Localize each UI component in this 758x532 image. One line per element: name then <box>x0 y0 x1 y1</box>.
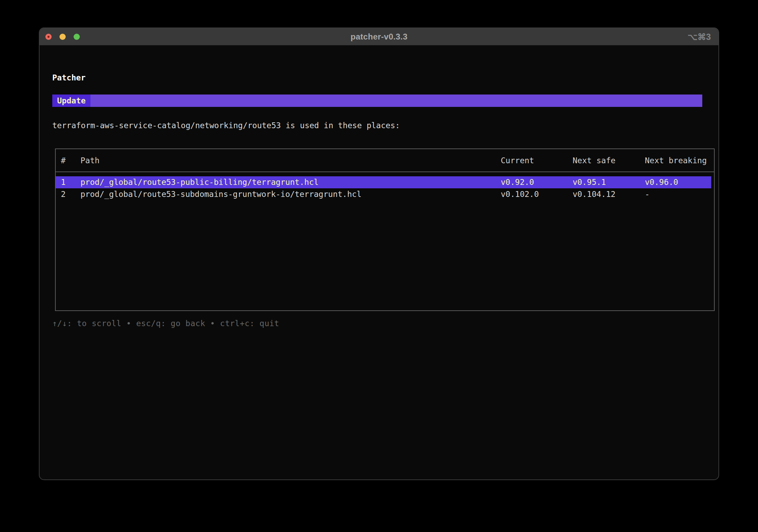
row-next-safe-version: v0.104.12 <box>573 188 616 200</box>
column-header-num: # <box>61 154 66 167</box>
help-footer: ↑/↓: to scroll • esc/q: go back • ctrl+c… <box>52 319 279 328</box>
column-header-next-safe: Next safe <box>573 154 616 167</box>
window-title: patcher-v0.3.3 <box>40 28 718 45</box>
table-row[interactable]: 2 prod/_global/route53-subdomains-gruntw… <box>56 188 714 200</box>
header-separator <box>56 171 714 172</box>
usage-description: terraform-aws-service-catalog/networking… <box>52 121 400 130</box>
row-path: prod/_global/route53-public-billing/terr… <box>80 176 318 188</box>
row-current-version: v0.102.0 <box>501 188 539 200</box>
terminal-window: patcher-v0.3.3 ⌥⌘3 Patcher Update terraf… <box>39 27 719 480</box>
column-header-path: Path <box>80 154 99 167</box>
row-current-version: v0.92.0 <box>501 176 534 188</box>
window-shortcut-badge: ⌥⌘3 <box>687 28 711 45</box>
table-rows: 1 prod/_global/route53-public-billing/te… <box>56 176 714 200</box>
row-num: 2 <box>61 188 66 200</box>
table-row[interactable]: 1 prod/_global/route53-public-billing/te… <box>56 176 711 188</box>
column-header-current: Current <box>501 154 534 167</box>
titlebar[interactable]: patcher-v0.3.3 ⌥⌘3 <box>40 28 718 45</box>
row-path: prod/_global/route53-subdomains-gruntwor… <box>80 188 361 200</box>
row-next-safe-version: v0.95.1 <box>573 176 606 188</box>
row-num: 1 <box>61 176 66 188</box>
table-header: # Path Current Next safe Next breaking <box>56 149 714 172</box>
app-heading: Patcher <box>52 73 86 82</box>
column-header-next-breaking: Next breaking <box>645 154 707 167</box>
row-next-breaking-version: v0.96.0 <box>645 176 678 188</box>
tab-update[interactable]: Update <box>52 95 90 107</box>
terminal-content: Patcher Update terraform-aws-service-cat… <box>40 46 718 479</box>
places-table: # Path Current Next safe Next breaking 1… <box>55 148 715 311</box>
tab-bar: Update <box>52 95 702 107</box>
row-next-breaking-version: - <box>645 188 650 200</box>
